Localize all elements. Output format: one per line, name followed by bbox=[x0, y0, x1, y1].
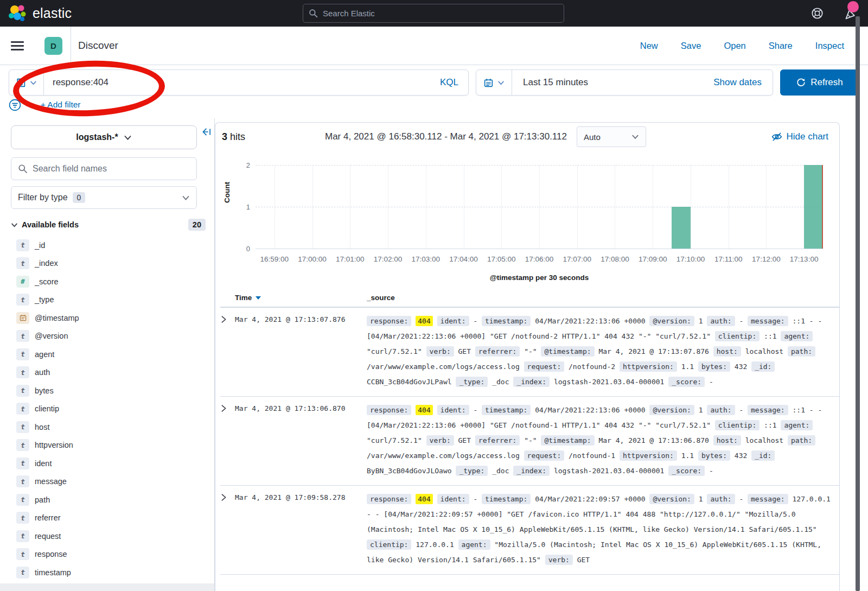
x-axis-tick: 17:11:00 bbox=[714, 255, 743, 263]
field-item-timestamp[interactable]: ttimestamp bbox=[11, 563, 206, 582]
histogram-bar[interactable] bbox=[804, 165, 823, 249]
field-name-badge: referrer: bbox=[475, 435, 520, 446]
field-item-_score[interactable]: #_score bbox=[11, 272, 206, 291]
field-name-badge: clientip: bbox=[715, 331, 760, 341]
interval-select[interactable]: Auto bbox=[577, 126, 646, 147]
field-item-_index[interactable]: t_index bbox=[11, 255, 206, 273]
field-name: httpversion bbox=[35, 441, 73, 449]
field-value: - bbox=[709, 467, 713, 475]
field-item-@timestamp[interactable]: @timestamp bbox=[11, 309, 206, 327]
highlighted-value: 404 bbox=[416, 316, 432, 326]
field-item-auth[interactable]: tauth bbox=[11, 364, 206, 382]
filter-by-type-select[interactable]: Filter by type 0 bbox=[11, 186, 197, 209]
expand-row-icon[interactable] bbox=[220, 403, 235, 479]
show-dates-button[interactable]: Show dates bbox=[703, 70, 773, 95]
field-item-bytes[interactable]: tbytes bbox=[11, 382, 206, 400]
field-item-_id[interactable]: t_id bbox=[11, 236, 206, 255]
share-button[interactable]: Share bbox=[769, 41, 793, 51]
field-value: 432 bbox=[735, 363, 747, 371]
table-row: Mar 4, 2021 @ 17:13:07.876response: 404 … bbox=[220, 308, 839, 397]
field-item-referrer[interactable]: treferrer bbox=[11, 509, 206, 528]
query-language-button[interactable]: KQL bbox=[430, 70, 468, 95]
row-source: response: 404 ident: - timestamp: 04/Mar… bbox=[367, 314, 839, 390]
saved-query-menu-button[interactable] bbox=[9, 70, 44, 95]
table-row: Mar 4, 2021 @ 17:09:58.278response: 404 … bbox=[220, 486, 839, 575]
field-item-message[interactable]: tmessage bbox=[11, 473, 206, 491]
time-column-header[interactable]: Time bbox=[220, 294, 367, 302]
expand-row-icon[interactable] bbox=[220, 314, 235, 390]
row-timestamp: Mar 4, 2021 @ 17:09:58.278 bbox=[235, 492, 367, 568]
field-item-@version[interactable]: t@version bbox=[11, 327, 206, 346]
histogram-bar[interactable] bbox=[672, 207, 691, 249]
field-name-badge: timestamp: bbox=[482, 405, 531, 415]
field-value: - bbox=[709, 378, 713, 386]
grid-line bbox=[256, 165, 823, 166]
field-name-badge: ident: bbox=[437, 494, 469, 504]
field-value: /var/www/example.com/logs/access.log bbox=[367, 452, 520, 460]
calendar-icon bbox=[483, 78, 494, 88]
discover-app-badge[interactable]: D bbox=[44, 37, 62, 55]
time-range-value[interactable]: Last 15 minutes bbox=[512, 70, 703, 95]
field-name: host bbox=[35, 423, 49, 431]
field-type-badge: t bbox=[16, 348, 29, 360]
field-name-badge: response: bbox=[367, 405, 411, 415]
expand-row-icon[interactable] bbox=[220, 492, 235, 568]
sidebar-scrollbar[interactable] bbox=[0, 583, 214, 591]
window-scrollbar[interactable] bbox=[856, 16, 860, 591]
field-name-badge: auth: bbox=[707, 405, 735, 415]
field-value: "curl/7.52.1" bbox=[367, 347, 422, 355]
field-item-ident[interactable]: tident bbox=[11, 454, 206, 473]
histogram-chart[interactable]: Count 16:59:0017:00:0017:01:0017:02:0017… bbox=[215, 151, 839, 289]
field-item-path[interactable]: tpath bbox=[11, 491, 206, 509]
field-type-badge: t bbox=[16, 294, 29, 306]
divider bbox=[71, 27, 71, 65]
save-button[interactable]: Save bbox=[681, 41, 701, 51]
field-name-badge: verb: bbox=[545, 555, 573, 565]
field-name-badge: request: bbox=[524, 450, 565, 461]
index-pattern-switcher[interactable]: logstash-* bbox=[11, 125, 197, 149]
field-name-badge: agent: bbox=[781, 331, 813, 341]
x-axis-tick: 17:03:00 bbox=[412, 255, 441, 263]
field-name: _index bbox=[35, 259, 58, 268]
field-item-clientip[interactable]: tclientip bbox=[11, 400, 206, 418]
chevron-down-icon bbox=[497, 79, 505, 86]
field-name-badge: timestamp: bbox=[482, 316, 531, 326]
field-item-host[interactable]: thost bbox=[11, 418, 206, 436]
open-button[interactable]: Open bbox=[724, 41, 745, 51]
field-name-badge: agent: bbox=[781, 420, 813, 430]
inspect-button[interactable]: Inspect bbox=[815, 41, 844, 51]
field-name-badge: clientip: bbox=[715, 420, 760, 430]
field-search-input[interactable]: Search field names bbox=[11, 157, 197, 180]
field-value: localhost bbox=[745, 347, 783, 355]
eye-slash-icon bbox=[771, 131, 782, 142]
date-quick-menu-button[interactable] bbox=[476, 70, 512, 95]
refresh-button[interactable]: Refresh bbox=[780, 69, 859, 96]
field-value: /notfound-1 bbox=[569, 452, 615, 460]
field-item-response[interactable]: tresponse bbox=[11, 545, 206, 564]
field-name: referrer bbox=[35, 513, 61, 522]
collapse-sidebar-icon[interactable] bbox=[201, 127, 212, 137]
global-search-input[interactable]: Search Elastic bbox=[303, 4, 564, 23]
field-item-agent[interactable]: tagent bbox=[11, 345, 206, 364]
field-value: CCBN_3cB04dGovJLPawl bbox=[367, 378, 452, 386]
filter-icon[interactable] bbox=[9, 99, 21, 111]
field-item-_type[interactable]: t_type bbox=[11, 291, 206, 309]
field-item-request[interactable]: trequest bbox=[11, 527, 206, 545]
menu-icon[interactable] bbox=[11, 41, 24, 50]
field-name-badge: request: bbox=[524, 361, 565, 372]
x-axis-tick: 17:10:00 bbox=[676, 255, 705, 263]
elastic-logo[interactable]: elastic bbox=[8, 4, 72, 23]
query-input[interactable]: response:404 bbox=[44, 70, 430, 95]
available-fields-count-badge: 20 bbox=[188, 219, 206, 231]
new-button[interactable]: New bbox=[640, 41, 658, 51]
field-name: clientip bbox=[35, 404, 59, 413]
field-name-badge: host: bbox=[713, 346, 741, 357]
add-filter-button[interactable]: + Add filter bbox=[41, 100, 81, 110]
field-name-badge: agent: bbox=[458, 539, 490, 550]
field-value: Mar 4, 2021 @ 17:13:07.876 bbox=[598, 347, 709, 355]
available-fields-header[interactable]: Available fields 20 bbox=[11, 219, 206, 231]
field-value: 432 bbox=[735, 452, 747, 460]
field-item-httpversion[interactable]: thttpversion bbox=[11, 436, 206, 455]
hide-chart-button[interactable]: Hide chart bbox=[771, 131, 828, 142]
help-icon[interactable] bbox=[811, 7, 824, 20]
